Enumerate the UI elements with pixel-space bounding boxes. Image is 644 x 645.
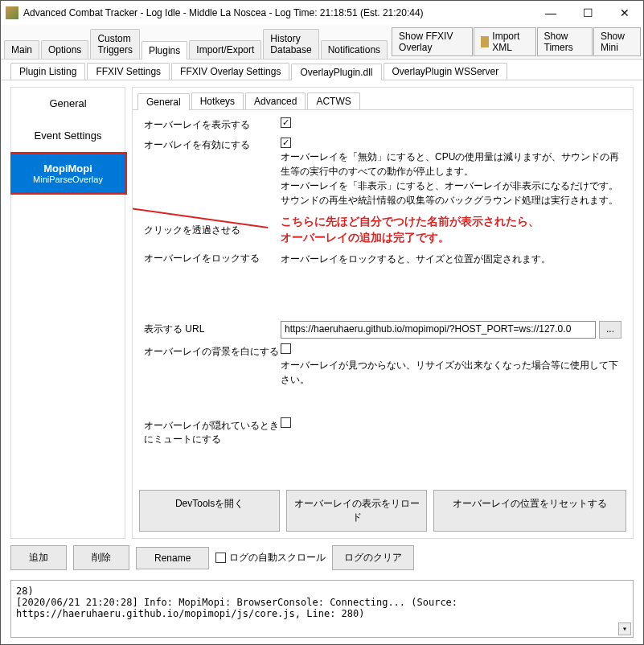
scroll-down-icon[interactable]: ▾	[618, 622, 631, 635]
overlay-selected-sub: MiniParseOverlay	[14, 175, 121, 184]
overlay-list-event-settings[interactable]: Event Settings	[11, 120, 125, 152]
annotation-text: こちらに先ほど自分でつけた名前が表示されたら、 オーバーレイの追加は完了です。	[281, 214, 621, 245]
label-url: 表示する URL	[144, 321, 281, 336]
tab-custom-triggers[interactable]: Custom Triggers	[90, 29, 140, 59]
app-icon	[6, 6, 18, 19]
checkbox-autoscroll[interactable]	[215, 553, 226, 563]
inner-tab-hotkeys[interactable]: Hotkeys	[191, 92, 244, 109]
desc-lock-overlay: オーバーレイをロックすると、サイズと位置が固定されます。	[281, 250, 621, 268]
url-input[interactable]: https://haeruhaeru.github.io/mopimopi/?H…	[281, 321, 596, 339]
subtab-ffxiv-overlay-settings[interactable]: FFXIV Overlay Settings	[171, 63, 289, 80]
minimize-button[interactable]: —	[532, 1, 569, 25]
settings-inner-tabs: General Hotkeys Advanced ACTWS	[133, 88, 633, 110]
tab-notifications[interactable]: Notifications	[321, 40, 388, 59]
reload-display-button[interactable]: オーバーレイの表示をリロード	[286, 490, 427, 532]
label-white-bg: オーバーレイの背景を白にする	[144, 343, 281, 359]
window-title: Advanced Combat Tracker - Log Idle - Mid…	[23, 7, 532, 18]
label-lock-overlay: オーバーレイをロックする	[144, 250, 281, 265]
tab-plugins[interactable]: Plugins	[142, 41, 187, 60]
tab-import-export[interactable]: Import/Export	[189, 40, 261, 59]
clear-log-button[interactable]: ログのクリア	[332, 545, 414, 570]
import-xml-button[interactable]: Import XML	[474, 27, 535, 56]
inner-tab-advanced[interactable]: Advanced	[245, 92, 306, 109]
show-mini-button[interactable]: Show Mini	[593, 27, 641, 56]
xml-icon	[481, 36, 489, 47]
close-button[interactable]: ✕	[606, 1, 643, 25]
label-mute-hidden: オーバーレイが隠れているときにミュートにする	[144, 417, 281, 446]
titlebar: Advanced Combat Tracker - Log Idle - Mid…	[1, 1, 643, 25]
overlay-selected-title: MopiMopi	[43, 162, 92, 175]
label-autoscroll: ログの自動スクロール	[229, 551, 326, 565]
overlay-settings-panel: General Hotkeys Advanced ACTWS オーバーレイを表示…	[132, 87, 634, 539]
tab-history-database[interactable]: History Database	[263, 29, 318, 59]
rename-overlay-button[interactable]: Rename	[136, 547, 209, 569]
maximize-button[interactable]: ☐	[569, 1, 606, 25]
overlay-list-general[interactable]: General	[11, 88, 125, 120]
inner-tab-actws[interactable]: ACTWS	[307, 92, 359, 109]
label-enable-overlay: オーバレイを有効にする	[144, 137, 281, 152]
overlay-list-selected[interactable]: MopiMopi MiniParseOverlay	[11, 154, 125, 192]
desc-enable-overlay: オーバーレイを「無効」にすると、CPUの使用量は減りますが、サウンドの再生等の実…	[281, 148, 621, 209]
checkbox-white-bg[interactable]	[281, 343, 291, 354]
tab-main[interactable]: Main	[4, 40, 39, 59]
add-overlay-button[interactable]: 追加	[10, 545, 67, 570]
subtab-overlayplugin-dll[interactable]: OverlayPlugin.dll	[291, 64, 381, 80]
desc-white-bg: オーバーレイが見つからない、リサイズが出来なくなった場合等に使用して下さい。	[281, 356, 621, 388]
checkbox-enable-overlay[interactable]: ✓	[281, 138, 291, 148]
main-tabstrip: Main Options Custom Triggers Plugins Imp…	[1, 25, 389, 59]
delete-overlay-button[interactable]: 削除	[73, 545, 129, 570]
annotation-line1: こちらに先ほど自分でつけた名前が表示されたら、	[281, 215, 539, 228]
tab-options[interactable]: Options	[41, 40, 88, 59]
show-ffxiv-overlay-button[interactable]: Show FFXIV Overlay	[392, 27, 473, 56]
url-browse-button[interactable]: ...	[599, 321, 621, 339]
annotation-highlight-box: MopiMopi MiniParseOverlay	[10, 152, 127, 195]
subtab-overlayplugin-wsserver[interactable]: OverlayPlugin WSServer	[384, 63, 508, 80]
annotation-line2: オーバーレイの追加は完了です。	[281, 231, 449, 244]
log-text-content: 28) [2020/06/21 21:20:28] Info: MopiMopi…	[16, 585, 463, 619]
subtab-ffxiv-settings[interactable]: FFXIV Settings	[87, 63, 170, 80]
label-show-overlay: オーバーレイを表示する	[144, 117, 281, 132]
devtools-button[interactable]: DevToolsを開く	[139, 490, 280, 532]
plugin-subtabstrip: Plugin Listing FFXIV Settings FFXIV Over…	[1, 60, 643, 80]
import-xml-label: Import XML	[492, 31, 528, 53]
label-click-through: クリックを透過させる	[144, 222, 281, 237]
inner-tab-general[interactable]: General	[137, 93, 190, 110]
show-timers-button[interactable]: Show Timers	[537, 27, 593, 56]
log-textarea[interactable]: 28) [2020/06/21 21:20:28] Info: MopiMopi…	[10, 580, 634, 638]
checkbox-show-overlay[interactable]: ✓	[281, 117, 291, 128]
checkbox-mute-hidden[interactable]	[281, 417, 291, 428]
subtab-plugin-listing[interactable]: Plugin Listing	[10, 63, 85, 80]
reset-position-button[interactable]: オーバーレイの位置をリセットする	[433, 490, 626, 532]
overlay-list-panel: General Event Settings MopiMopi MiniPars…	[10, 87, 125, 539]
